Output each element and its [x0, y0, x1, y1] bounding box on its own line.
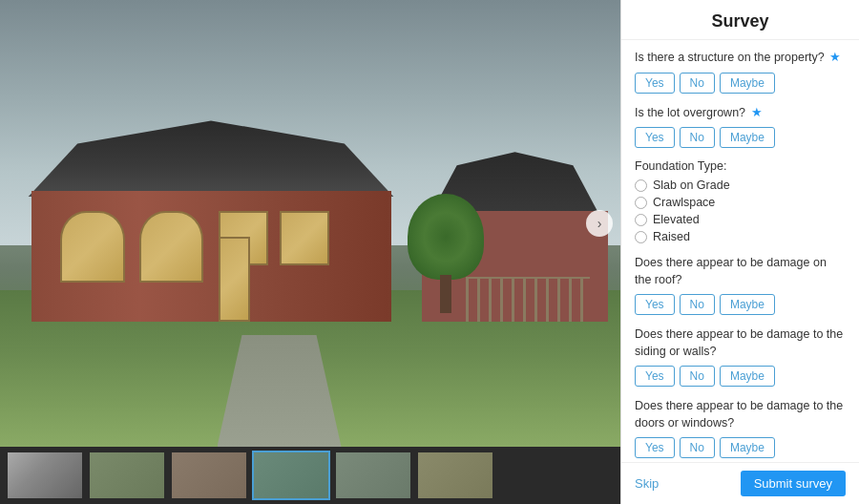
survey-body: Is there a structure on the property? ★ … — [621, 40, 859, 462]
street-view-image: › — [0, 0, 620, 447]
structure-yes-button[interactable]: Yes — [635, 73, 675, 94]
tree-trunk — [440, 275, 451, 313]
thumbnail-strip — [0, 447, 620, 504]
radio-raised-circle — [635, 231, 647, 243]
next-arrow[interactable]: › — [586, 210, 613, 237]
thumbnail-image-0 — [8, 452, 82, 498]
window-2 — [139, 211, 204, 283]
siding-btn-group: Yes No Maybe — [635, 366, 846, 387]
door-maybe-button[interactable]: Maybe — [720, 437, 775, 458]
thumbnail-image-5 — [418, 452, 492, 498]
foundation-radio-group: Slab on Grade Crawlspace Elevated Raised — [635, 178, 846, 243]
thumbnail-image-1 — [90, 452, 164, 498]
overgrown-no-button[interactable]: No — [680, 127, 715, 148]
question-door-damage: Does there appear to be damage to the do… — [635, 398, 846, 458]
required-star-1: ★ — [827, 51, 841, 64]
door-btn-group: Yes No Maybe — [635, 437, 846, 458]
radio-elevated-circle — [635, 214, 647, 226]
window-4 — [280, 211, 330, 265]
fence — [466, 277, 590, 322]
thumbnail-0[interactable] — [6, 451, 84, 500]
question-structure: Is there a structure on the property? ★ … — [635, 50, 846, 94]
question-roof-label: Does there appear to be damage on the ro… — [635, 255, 846, 288]
question-overgrown-label: Is the lot overgrown? ★ — [635, 105, 846, 122]
structure-no-button[interactable]: No — [680, 73, 715, 94]
thumbnail-3[interactable] — [252, 451, 330, 500]
foundation-crawlspace[interactable]: Crawlspace — [635, 196, 846, 209]
roof-btn-group: Yes No Maybe — [635, 294, 846, 315]
main-house — [31, 120, 391, 322]
thumbnail-1[interactable] — [88, 451, 166, 500]
structure-maybe-button[interactable]: Maybe — [720, 73, 775, 94]
thumbnail-2[interactable] — [170, 451, 248, 500]
question-roof-damage: Does there appear to be damage on the ro… — [635, 255, 846, 315]
survey-panel: Survey Is there a structure on the prope… — [620, 0, 859, 504]
thumbnail-5[interactable] — [416, 451, 494, 500]
foundation-label: Foundation Type: — [635, 159, 846, 173]
thumbnail-image-4 — [336, 452, 410, 498]
street-view-panel: › — [0, 0, 620, 504]
door-yes-button[interactable]: Yes — [635, 437, 675, 458]
thumbnail-image-2 — [172, 452, 246, 498]
question-siding-damage: Does there appear to be damage to the si… — [635, 326, 846, 387]
survey-title: Survey — [711, 11, 768, 31]
siding-maybe-button[interactable]: Maybe — [720, 366, 775, 387]
survey-footer: Skip Submit survey — [621, 462, 859, 504]
roof-yes-button[interactable]: Yes — [635, 294, 675, 315]
radio-slab-circle — [635, 179, 647, 192]
question-door-label: Does there appear to be damage to the do… — [635, 398, 846, 431]
foundation-elevated[interactable]: Elevated — [635, 213, 846, 226]
door — [219, 237, 251, 322]
survey-header: Survey — [621, 0, 859, 40]
overgrown-btn-group: Yes No Maybe — [635, 127, 846, 148]
thumbnail-4[interactable] — [334, 451, 412, 500]
thumbnail-image-3 — [254, 452, 328, 498]
radio-crawlspace-circle — [635, 197, 647, 209]
overgrown-maybe-button[interactable]: Maybe — [720, 127, 775, 148]
question-siding-label: Does there appear to be damage to the si… — [635, 326, 846, 360]
siding-no-button[interactable]: No — [680, 366, 715, 387]
skip-link[interactable]: Skip — [635, 476, 659, 491]
foundation-raised[interactable]: Raised — [635, 230, 846, 243]
tree-canopy — [408, 194, 484, 280]
main-house-body — [31, 191, 391, 322]
siding-yes-button[interactable]: Yes — [635, 366, 675, 387]
overgrown-yes-button[interactable]: Yes — [635, 127, 675, 148]
submit-button[interactable]: Submit survey — [741, 471, 846, 496]
main-roof — [20, 120, 402, 197]
question-structure-label: Is there a structure on the property? ★ — [635, 50, 846, 67]
roof-no-button[interactable]: No — [680, 294, 715, 315]
question-overgrown: Is the lot overgrown? ★ Yes No Maybe — [635, 105, 846, 149]
structure-btn-group: Yes No Maybe — [635, 73, 846, 94]
roof-maybe-button[interactable]: Maybe — [720, 294, 775, 315]
window-1 — [60, 211, 125, 283]
question-foundation: Foundation Type: Slab on Grade Crawlspac… — [635, 159, 846, 243]
door-no-button[interactable]: No — [680, 437, 715, 458]
required-star-2: ★ — [747, 106, 762, 119]
foundation-slab[interactable]: Slab on Grade — [635, 178, 846, 192]
